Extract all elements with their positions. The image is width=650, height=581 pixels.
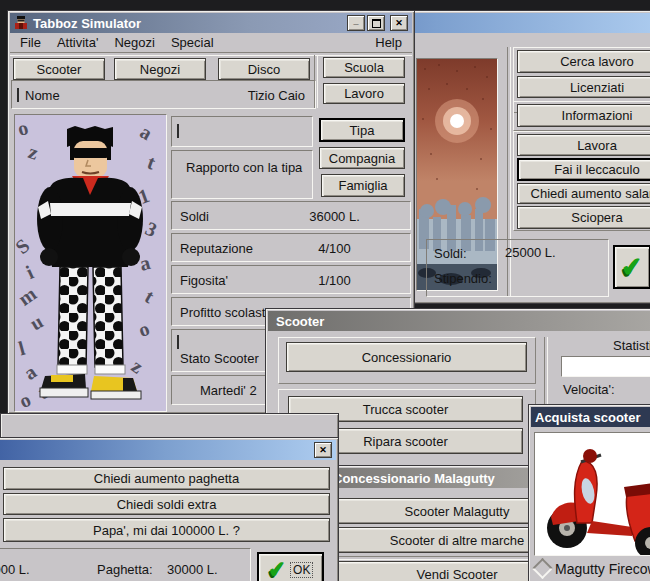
nome-value: Tizio Caio <box>248 88 305 103</box>
stato-scooter-label: Stato Scooter <box>180 351 259 366</box>
nome-tick <box>17 88 19 102</box>
nome-label: Nome <box>25 88 60 103</box>
scooter-name-field[interactable] <box>561 356 650 377</box>
paghetta-label: Paghetta: <box>97 562 153 577</box>
scooter-title: Scooter <box>276 314 324 329</box>
lavoro-nav-button[interactable]: Lavoro <box>323 83 405 104</box>
lavora-button[interactable]: Lavora <box>517 134 650 156</box>
maximize-icon <box>372 19 381 28</box>
diamond-radio-icon[interactable] <box>532 558 553 579</box>
stat-row-soldi: Soldi 36000 L. <box>171 201 411 230</box>
menu-file[interactable]: File <box>20 35 41 50</box>
desktop: { "colors": { "desktop": "#1d1d1f", "win… <box>0 0 650 581</box>
ok-label: OK <box>290 562 313 578</box>
nome-panel: Nome Tizio Caio <box>11 80 316 109</box>
main-title: Tabboz Simulator <box>33 16 141 31</box>
character-portrait: o z S i m u l a t o a t 1 3 a t o z b, <box>14 114 167 412</box>
rapporto-box: Rapporto con la tipa <box>171 150 313 199</box>
sciopera-button[interactable]: Sciopera <box>517 206 650 229</box>
check-icon: ✔ <box>620 250 645 283</box>
stat-label: Figosita' <box>180 273 228 288</box>
main-titlebar[interactable]: Tabboz Simulator _ ✕ <box>10 13 412 33</box>
stat-row-reputazione: Reputazione 4/100 <box>171 233 411 262</box>
menu-separator <box>10 52 412 56</box>
soldi-value: 25000 L. <box>505 245 556 260</box>
stat-value: 4/100 <box>287 241 382 256</box>
disco-nav-button[interactable]: Disco <box>218 58 310 80</box>
stato-tick <box>177 335 179 349</box>
date-text: Martedi' 2 <box>200 383 257 398</box>
acquista-window: Acquista scooter Magutty Firecow <box>528 404 650 581</box>
chiedi-soldi-extra-button[interactable]: Chiedi soldi extra <box>3 493 330 515</box>
scuola-nav-button[interactable]: Scuola <box>323 57 405 78</box>
papa-100000-button[interactable]: Papa', mi dai 100000 L. ? <box>3 518 330 542</box>
paghetta-close-button[interactable]: ✕ <box>314 442 332 458</box>
stat-label: Soldi <box>180 209 209 224</box>
informazioni-button[interactable]: Informazioni <box>517 104 650 127</box>
velocita-label: Velocita': <box>563 382 615 397</box>
stat-value: 36000 L. <box>287 209 382 224</box>
paghetta-panel: 36000 L. Paghetta: 30000 L. <box>0 548 251 581</box>
status-box <box>171 116 313 147</box>
minimize-button[interactable]: _ <box>347 15 365 31</box>
malagutty-title: Concessionario Malagutty <box>333 471 495 486</box>
paghetta-titlebar[interactable]: ✕ <box>0 440 336 460</box>
acquista-titlebar[interactable]: Acquista scooter <box>531 407 650 427</box>
status-tick <box>177 124 179 138</box>
compagnia-button[interactable]: Compagnia <box>319 147 405 169</box>
fai-il-leccaculo-button[interactable]: Fai il leccaculo <box>517 158 650 181</box>
acquista-title: Acquista scooter <box>535 410 640 425</box>
concessionario-button[interactable]: Concessionario <box>286 342 527 372</box>
rapporto-label: Rapporto con la tipa <box>186 160 302 175</box>
stipendio-label: Stipendio: <box>434 271 492 286</box>
close-button[interactable]: ✕ <box>390 15 408 31</box>
stat-value: 1/100 <box>287 273 382 288</box>
soldi-label: Soldi: <box>434 246 467 261</box>
famiglia-button[interactable]: Famiglia <box>321 174 405 197</box>
licenziati-button[interactable]: Licenziati <box>517 76 650 98</box>
scooter-nav-button[interactable]: Scooter <box>13 58 105 80</box>
character-image <box>15 115 166 411</box>
chiedi-aumento-salario-button[interactable]: Chiedi aumento salario <box>517 183 650 204</box>
negozi-nav-button[interactable]: Negozi <box>114 58 206 80</box>
tabboz-app-icon <box>14 16 28 30</box>
tipa-button[interactable]: Tipa <box>319 118 405 142</box>
stat-row-figosita: Figosita' 1/100 <box>171 265 411 294</box>
paghetta-window: ✕ Chiedi aumento paghetta Chiedi soldi e… <box>0 437 339 581</box>
maximize-button[interactable] <box>367 15 385 31</box>
scooter-image <box>537 435 650 556</box>
chiedi-aumento-paghetta-button[interactable]: Chiedi aumento paghetta <box>3 467 330 490</box>
menu-special[interactable]: Special <box>171 35 214 50</box>
menu-negozi[interactable]: Negozi <box>114 35 154 50</box>
scooter-preview <box>534 432 650 556</box>
paghetta-value: 30000 L. <box>167 562 218 577</box>
statistiche-label: Statistiche <box>613 338 650 353</box>
stipendio-panel: Soldi: 25000 L. Stipendio: <box>426 239 609 297</box>
paghetta-soldi-value: 36000 L. <box>0 562 30 577</box>
paghetta-ok-button[interactable]: ✔ OK <box>257 552 324 581</box>
menu-attivita[interactable]: Attivita' <box>57 35 99 50</box>
acquista-item-label[interactable]: Magutty Firecow <box>555 561 650 577</box>
stat-label: Reputazione <box>180 241 253 256</box>
main-menubar: File Attivita' Negozi Special Help <box>10 34 412 51</box>
menu-help[interactable]: Help <box>375 35 402 50</box>
check-icon: ✔ <box>266 556 287 581</box>
cerca-lavoro-button[interactable]: Cerca lavoro <box>517 50 650 73</box>
lavoro-ok-button[interactable]: ✔ <box>613 245 650 289</box>
scooter-titlebar[interactable]: Scooter <box>268 311 650 331</box>
